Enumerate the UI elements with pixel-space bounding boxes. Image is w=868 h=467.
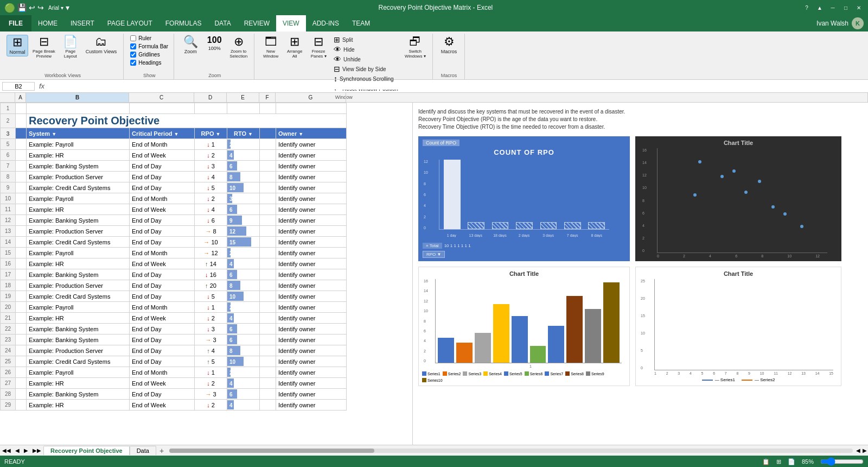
cell[interactable] (16, 400, 27, 411)
cell-critical-period[interactable]: End of Week (130, 204, 195, 215)
close-button[interactable]: ✕ (854, 4, 864, 11)
scroll-right-icon[interactable]: ▶ (861, 447, 868, 453)
col-header-D[interactable]: D (194, 93, 227, 102)
ruler-checkbox[interactable] (130, 35, 136, 41)
cell[interactable] (16, 367, 27, 378)
redo-button[interactable]: ↪ (37, 3, 44, 12)
cell-owner[interactable]: Identify owner (276, 302, 347, 313)
maximize-button[interactable]: □ (841, 4, 851, 11)
cell-owner[interactable]: Identify owner (276, 215, 347, 226)
cell[interactable] (16, 161, 27, 172)
cell-rto[interactable]: 4 (227, 313, 260, 324)
cell-critical-period[interactable]: End of Day (130, 269, 195, 280)
cell-system[interactable]: Example: Production Server (27, 172, 130, 182)
cell-critical-period[interactable]: End of Week (130, 150, 195, 161)
horizontal-scrollbar[interactable] (169, 449, 853, 453)
cell-rto[interactable]: 8 (227, 172, 260, 182)
cell-rto[interactable]: 9 (227, 215, 260, 226)
team-menu[interactable]: TEAM (346, 15, 376, 31)
unhide-button[interactable]: 👁 Unhide (331, 54, 400, 64)
cell-rpo[interactable]: ↓ 2 (195, 193, 227, 204)
cell-rto[interactable]: 6 (227, 389, 260, 400)
cell-rto[interactable]: 6 (227, 269, 260, 280)
rpo-filter-icon[interactable]: ▼ (215, 131, 220, 137)
synchronous-scrolling-button[interactable]: ↕ Synchronous Scrolling (331, 74, 400, 84)
cell[interactable] (260, 172, 276, 182)
cell-owner[interactable]: Identify owner (276, 161, 347, 172)
cell-rto[interactable]: 6 (227, 204, 260, 215)
cell-critical-period[interactable]: End of Day (130, 215, 195, 226)
cell-owner[interactable]: Identify owner (276, 356, 347, 367)
new-window-button[interactable]: 🗔 NewWindow (260, 35, 282, 60)
cell-rpo[interactable]: → 10 (195, 237, 227, 248)
cell-rto[interactable]: 2 (227, 139, 260, 150)
ribbon-collapse-button[interactable]: ▲ (815, 4, 825, 11)
cell[interactable] (16, 248, 27, 258)
sheet-tab-nav-right[interactable]: ▶▶ (30, 447, 43, 453)
column-header-rpo[interactable]: RPO▼ (195, 128, 227, 139)
cell-owner[interactable]: Identify owner (276, 258, 347, 269)
minimize-button[interactable]: ─ (828, 4, 838, 11)
cell-critical-period[interactable]: End of Day (130, 237, 195, 248)
cell[interactable] (16, 139, 27, 150)
cell[interactable] (27, 103, 130, 114)
data-menu[interactable]: DATA (208, 15, 237, 31)
cell-critical-period[interactable]: End of Week (130, 378, 195, 389)
cell-rpo[interactable]: ↓ 2 (195, 150, 227, 161)
cell-owner[interactable]: Identify owner (276, 204, 347, 215)
cell-owner[interactable]: Identify owner (276, 226, 347, 237)
cell-rpo[interactable]: ↓ 1 (195, 139, 227, 150)
cell-critical-period[interactable]: End of Day (130, 335, 195, 345)
cell-owner[interactable]: Identify owner (276, 193, 347, 204)
cell[interactable] (260, 193, 276, 204)
cell[interactable] (16, 302, 27, 313)
cell-rpo[interactable]: ↓ 3 (195, 161, 227, 172)
cell-rto[interactable]: 6 (227, 335, 260, 345)
cell[interactable] (260, 248, 276, 258)
cell[interactable] (16, 345, 27, 356)
formula-bar-checkbox-row[interactable]: Formula Bar (129, 43, 169, 50)
switch-windows-button[interactable]: 🗗 SwitchWindows ▾ (403, 35, 428, 60)
cell-critical-period[interactable]: End of Day (130, 356, 195, 367)
cell-critical-period[interactable]: End of Month (130, 248, 195, 258)
cell[interactable] (16, 356, 27, 367)
cell[interactable] (130, 103, 195, 114)
freeze-panes-button[interactable]: ⊟ FreezePanes ▾ (308, 35, 329, 60)
cell[interactable] (260, 324, 276, 335)
cell[interactable] (260, 182, 276, 193)
cell-owner[interactable]: Identify owner (276, 150, 347, 161)
zoom-slider[interactable] (820, 457, 864, 466)
home-menu[interactable]: HOME (31, 15, 64, 31)
cell[interactable] (260, 103, 276, 114)
cell-system[interactable]: Example: HR (27, 378, 130, 389)
cell-system[interactable]: Example: Payroll (27, 367, 130, 378)
cell[interactable] (260, 313, 276, 324)
cell-rpo[interactable]: ↓ 3 (195, 324, 227, 335)
cell[interactable] (16, 103, 27, 114)
cell[interactable] (16, 215, 27, 226)
font-selector[interactable]: Arial ▾ (48, 5, 63, 11)
custom-views-button[interactable]: 🗂 Custom Views (84, 35, 119, 55)
cell-owner[interactable]: Identify owner (276, 335, 347, 345)
cell-rpo[interactable]: ↑ 5 (195, 356, 227, 367)
arrange-all-button[interactable]: ⊞ ArrangeAll (284, 35, 305, 60)
view-side-by-side-button[interactable]: ⊟ View Side by Side (331, 64, 400, 74)
cell-owner[interactable]: Identify owner (276, 269, 347, 280)
cell[interactable] (260, 400, 276, 411)
cell-rto[interactable]: 8 (227, 280, 260, 291)
cell-owner[interactable]: Identify owner (276, 182, 347, 193)
spreadsheet[interactable]: 1 2 Recovery Point Objective 3 (0, 103, 412, 445)
cell-owner[interactable]: Identify owner (276, 139, 347, 150)
column-header-system[interactable]: System▼ (27, 128, 130, 139)
review-menu[interactable]: REVIEW (238, 15, 276, 31)
customize-quick-access[interactable]: ▾ (66, 3, 69, 12)
owner-filter-icon[interactable]: ▼ (298, 131, 303, 137)
cell-critical-period[interactable]: End of Day (130, 226, 195, 237)
cell[interactable] (260, 150, 276, 161)
cell-system[interactable]: Example: Production Server (27, 226, 130, 237)
cell-system[interactable]: Example: HR (27, 150, 130, 161)
cell-rpo[interactable]: ↓ 4 (195, 204, 227, 215)
sheet-tab-nav-left[interactable]: ◀◀ (0, 447, 13, 453)
cell[interactable] (260, 389, 276, 400)
cell-rpo[interactable]: ↓ 2 (195, 378, 227, 389)
